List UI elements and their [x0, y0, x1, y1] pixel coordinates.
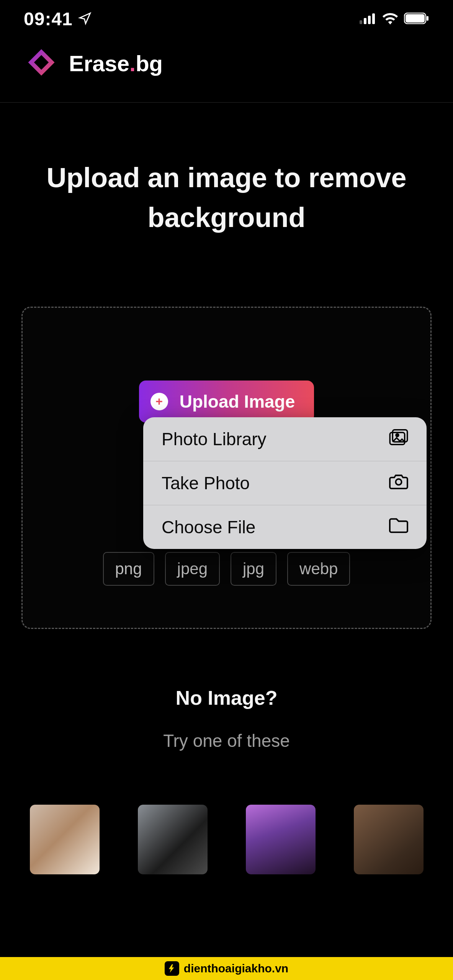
watermark-text: dienthoaigiakho.vn [184, 962, 288, 975]
cell-signal-icon [360, 13, 376, 26]
brand-suffix: bg [136, 51, 163, 76]
svg-rect-6 [427, 16, 428, 21]
menu-item-choose-file[interactable]: Choose File [143, 505, 427, 549]
menu-item-label: Choose File [162, 517, 255, 537]
svg-rect-5 [406, 14, 425, 23]
brand-logo-icon [24, 45, 59, 82]
upload-image-button[interactable]: + Upload Image [139, 381, 314, 423]
menu-item-take-photo[interactable]: Take Photo [143, 461, 427, 505]
format-chip-png: png [103, 552, 154, 586]
format-chip-webp: webp [287, 552, 350, 586]
watermark-bar: dienthoaigiakho.vn [0, 957, 453, 980]
brand-main: Erase [69, 51, 129, 76]
no-image-section: No Image? Try one of these [0, 686, 453, 874]
sample-image-2[interactable] [138, 805, 208, 874]
photo-library-icon [389, 429, 408, 449]
format-chip-jpeg: jpeg [165, 552, 220, 586]
no-image-subtitle: Try one of these [0, 730, 453, 751]
battery-icon [404, 13, 429, 26]
folder-icon [389, 517, 408, 537]
brand-dot: . [129, 51, 136, 76]
upload-source-menu: Photo Library Take Photo Choose File [143, 417, 427, 549]
svg-rect-2 [368, 16, 371, 24]
upload-button-label: Upload Image [180, 391, 295, 412]
page-title: Upload an image to remove background [0, 103, 453, 238]
sample-image-3[interactable] [246, 805, 316, 874]
plus-icon: + [150, 393, 168, 410]
no-image-title: No Image? [0, 686, 453, 709]
svg-rect-0 [360, 20, 362, 24]
svg-rect-1 [364, 18, 366, 24]
watermark-badge-icon [165, 961, 179, 976]
svg-point-10 [396, 479, 401, 485]
brand-name: Erase.bg [69, 51, 163, 76]
sample-image-4[interactable] [354, 805, 424, 874]
status-bar: 09:41 [0, 0, 453, 40]
menu-item-label: Photo Library [162, 429, 267, 449]
svg-rect-3 [372, 13, 375, 24]
menu-item-photo-library[interactable]: Photo Library [143, 417, 427, 461]
sample-image-1[interactable] [30, 805, 100, 874]
supported-formats: png jpeg jpg webp [103, 552, 350, 586]
location-icon [78, 11, 92, 27]
camera-icon [389, 473, 408, 493]
status-time: 09:41 [24, 8, 73, 29]
app-header: Erase.bg [0, 40, 453, 103]
menu-item-label: Take Photo [162, 473, 250, 493]
format-chip-jpg: jpg [231, 552, 276, 586]
wifi-icon [382, 12, 399, 26]
svg-point-9 [396, 434, 399, 436]
sample-images-row [0, 805, 453, 874]
